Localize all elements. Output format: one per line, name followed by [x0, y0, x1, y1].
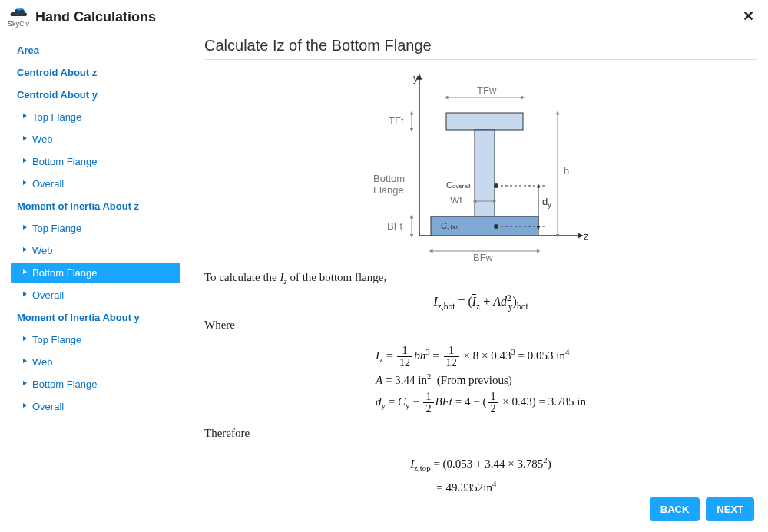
equation-substitutions: Iz = 112bh3 = 112 × 8 × 0.433 = 0.053 in… [204, 339, 757, 420]
sidebar-item-top-flange[interactable]: Top Flange [11, 218, 180, 239]
content-pane: Calculate Iz of the Bottom Flange y z [187, 35, 757, 511]
modal-header: SkyCiv Hand Calculations ✕ [0, 0, 768, 35]
sidebar-item-bottom-flange[interactable]: Bottom Flange [11, 263, 180, 283]
sidebar-item-centroid-about-z[interactable]: Centroid About z [11, 62, 180, 83]
label-coverall: Coverall [446, 180, 471, 190]
svg-rect-3 [475, 130, 495, 216]
label-bottom-flange: Bottom [373, 173, 405, 184]
sidebar-item-bottom-flange[interactable]: Bottom Flange [11, 151, 180, 172]
modal-footer: BACK NEXT [650, 497, 754, 521]
intro-text: To calculate the Iz of the bottom flange… [204, 271, 757, 286]
sidebar-item-centroid-about-y[interactable]: Centroid About y [11, 84, 180, 105]
axis-z-label: z [584, 230, 589, 242]
svg-text:Flange: Flange [373, 184, 404, 196]
dim-tft: TFt [389, 115, 404, 127]
section-heading: Calculate Iz of the Bottom Flange [204, 37, 757, 60]
dim-bft: BFt [387, 220, 403, 232]
svg-rect-2 [446, 113, 523, 130]
sidebar-item-moment-of-inertia-about-y[interactable]: Moment of Inertia About y [11, 307, 180, 328]
sidebar-item-top-flange[interactable]: Top Flange [11, 329, 180, 350]
next-button[interactable]: NEXT [706, 497, 754, 521]
equation-parallel-axis: Iz,bot = (Iz + Ad2y)bot [204, 293, 757, 311]
sidebar-item-overall[interactable]: Overall [11, 285, 180, 306]
sidebar-item-moment-of-inertia-about-z[interactable]: Moment of Inertia About z [11, 196, 180, 216]
modal-title: Hand Calculations [35, 9, 156, 25]
sidebar-item-bottom-flange[interactable]: Bottom Flange [11, 374, 180, 395]
equation-result: Iz,top = (0.053 + 3.44 × 3.7852) = 49.33… [204, 448, 757, 503]
brand-logo: SkyCiv [8, 6, 29, 28]
dim-wt: Wt [450, 194, 462, 206]
dim-bfw: BFw [473, 252, 494, 263]
sidebar-item-web[interactable]: Web [11, 352, 180, 372]
dim-tfw: TFw [477, 84, 497, 96]
sidebar-item-top-flange[interactable]: Top Flange [11, 107, 180, 127]
axis-y-label: y [413, 72, 419, 84]
sidebar-item-web[interactable]: Web [11, 129, 180, 150]
where-label: Where [204, 319, 757, 332]
cross-section-diagram: y z TFw TFt h Bottom Flange [204, 71, 757, 265]
brand-text: SkyCiv [8, 20, 29, 28]
sidebar-item-web[interactable]: Web [11, 240, 180, 261]
dim-dy: dy [542, 196, 551, 209]
therefore-label: Therefore [204, 427, 757, 440]
nav-sidebar: AreaCentroid About zCentroid About yTop … [11, 35, 187, 511]
back-button[interactable]: BACK [650, 497, 700, 521]
sidebar-item-area[interactable]: Area [11, 40, 180, 61]
close-icon[interactable]: ✕ [743, 8, 754, 25]
sidebar-item-overall[interactable]: Overall [11, 396, 180, 417]
dim-h: h [564, 165, 569, 177]
sidebar-item-overall[interactable]: Overall [11, 173, 180, 194]
